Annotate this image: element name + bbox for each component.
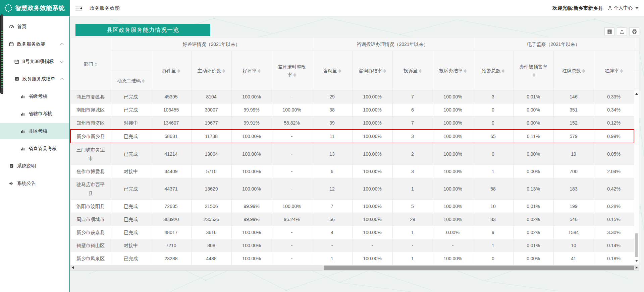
- sidebar-item-label: 省级考核: [29, 93, 47, 99]
- sidebar-item-doc8-38-indicators[interactable]: 8号文38项指标: [0, 53, 69, 70]
- sort-icon[interactable]: [258, 69, 261, 73]
- data-cell: 0.14%: [594, 239, 634, 252]
- data-cell: 579: [553, 130, 594, 143]
- data-cell: 已完成: [111, 103, 151, 117]
- data-cell: 100.00%: [272, 103, 312, 117]
- scrollbar-stripes: [1, 31, 3, 88]
- data-cell: 546: [553, 213, 594, 226]
- data-cell: 48017: [151, 226, 191, 239]
- data-cell: 3.30%: [594, 226, 634, 239]
- sort-icon[interactable]: [222, 69, 225, 73]
- sort-icon[interactable]: [383, 69, 386, 73]
- data-cell: 99.91%: [231, 117, 272, 130]
- vertical-scrollbar[interactable]: [634, 37, 639, 265]
- sidebar-item-system-notes[interactable]: 系统说明: [0, 158, 69, 174]
- bar-chart-icon: [20, 129, 25, 134]
- sidebar-item-label: 县区考核: [29, 128, 47, 134]
- data-cell: -: [272, 90, 312, 103]
- data-cell: 3: [392, 130, 433, 143]
- data-cell: 99.99%: [231, 213, 272, 226]
- sidebar-item-label: 省直管县考核: [29, 146, 57, 152]
- data-cell: 134607: [151, 117, 191, 130]
- print-icon: [632, 29, 637, 34]
- user-center-button[interactable]: 个人中心: [607, 5, 639, 11]
- sort-icon[interactable]: [95, 62, 97, 66]
- data-cell: 100.00%: [433, 200, 473, 213]
- horizontal-scrollbar-thumb[interactable]: [324, 266, 634, 270]
- scroll-down-arrow-icon[interactable]: [635, 260, 638, 262]
- sort-icon[interactable]: [620, 69, 623, 73]
- data-cell: 6: [392, 103, 433, 117]
- column-header[interactable]: 投诉办结率: [433, 51, 473, 90]
- sidebar-mini-scrollbar[interactable]: [0, 14, 3, 94]
- column-header[interactable]: 差评按时整改率: [272, 51, 312, 90]
- chart-board-icon: [14, 77, 19, 81]
- data-cell: 100.00%: [352, 165, 392, 178]
- data-cell: 100.00%: [352, 103, 392, 117]
- sidebar-item-home[interactable]: 首页: [0, 18, 69, 35]
- column-header[interactable]: 办件被预警率: [513, 51, 553, 90]
- print-button[interactable]: [629, 27, 639, 36]
- sort-icon[interactable]: [502, 69, 504, 73]
- data-cell: 45395: [151, 90, 191, 103]
- columns-settings-button[interactable]: [604, 27, 614, 36]
- table-body: 商丘市夏邑县已完成453958104100.00%-29100.00%7100.…: [70, 90, 634, 265]
- sort-icon[interactable]: [582, 69, 585, 73]
- sort-icon[interactable]: [142, 79, 145, 83]
- column-header-dept[interactable]: 部门: [70, 38, 111, 90]
- sidebar-item-province-assessment[interactable]: 省级考核: [0, 88, 69, 104]
- table-group-header-row: 部门 好差评情况（2021年以来） 咨询投诉办理情况（2021年以来） 电子监察…: [70, 38, 634, 51]
- sidebar-item-label: 省辖市考核: [29, 111, 52, 117]
- data-cell: 已完成: [111, 130, 151, 143]
- data-cell: 100.00%: [231, 90, 272, 103]
- sidebar-item-county-assessment[interactable]: 县区考核: [0, 123, 69, 139]
- column-header[interactable]: 咨询量: [312, 51, 352, 90]
- data-cell: 对接中: [111, 117, 151, 130]
- column-header[interactable]: 办件量: [151, 51, 191, 90]
- data-cell: 38: [312, 103, 352, 117]
- data-cell: 0.99%: [594, 130, 634, 143]
- data-cell: 7: [392, 117, 433, 130]
- column-header[interactable]: 好评率: [231, 51, 272, 90]
- table-row: 驻马店市西平县已完成4437113629100.00%-12100.00%110…: [70, 178, 634, 200]
- export-button[interactable]: [617, 27, 627, 36]
- data-cell: -: [272, 252, 312, 265]
- horizontal-scrollbar[interactable]: [70, 265, 639, 271]
- sort-icon[interactable]: [419, 69, 422, 73]
- data-cell: 0.15%: [594, 213, 634, 226]
- sort-icon[interactable]: [177, 69, 180, 73]
- sidebar-item-city-assessment[interactable]: 省辖市考核: [0, 105, 69, 122]
- sidebar-item-gov-service-report[interactable]: 政务服务成绩单: [0, 71, 69, 87]
- column-header-qr[interactable]: 动态二维码: [111, 71, 151, 90]
- vertical-scrollbar-thumb[interactable]: [635, 233, 638, 257]
- sort-icon[interactable]: [338, 69, 341, 73]
- sidebar-item-gov-service-efficiency[interactable]: 政务服务效能: [0, 36, 69, 52]
- table-row: 郑州市惠济区对接中1346071967799.91%58.82%39100.00…: [70, 117, 634, 130]
- scroll-up-arrow-icon[interactable]: [635, 93, 638, 95]
- data-cell: 0.13%: [513, 178, 553, 200]
- sort-icon[interactable]: [533, 73, 535, 77]
- column-header[interactable]: 主动评价数: [191, 51, 231, 90]
- sidebar-item-direct-county-assessment[interactable]: 省直管县考核: [0, 140, 69, 157]
- column-header[interactable]: 红牌率: [594, 51, 634, 90]
- column-header[interactable]: 咨询办结率: [352, 51, 392, 90]
- data-cell: 0.28%: [594, 200, 634, 213]
- menu-fold-icon[interactable]: [75, 6, 82, 11]
- data-cell: 1: [392, 252, 433, 265]
- data-cell: -: [433, 239, 473, 252]
- data-cell: 1: [473, 239, 513, 252]
- sort-icon[interactable]: [464, 69, 467, 73]
- sort-icon[interactable]: [293, 73, 296, 77]
- dept-cell: 郑州市惠济区: [70, 117, 111, 130]
- column-header[interactable]: 红牌总数: [553, 51, 594, 90]
- scroll-left-arrow-icon[interactable]: [72, 266, 74, 269]
- welcome-text: 欢迎光临:新乡市新乡县: [552, 5, 603, 11]
- scroll-right-arrow-icon[interactable]: [636, 266, 638, 269]
- chevron-down-icon[interactable]: [635, 7, 639, 9]
- breadcrumb: 政务服务效能: [90, 5, 120, 11]
- sidebar: 首页政务服务效能8号文38项指标政务服务成绩单省级考核省辖市考核县区考核省直管县…: [0, 16, 70, 292]
- data-cell: 4438: [191, 252, 231, 265]
- column-header[interactable]: 预警总数: [473, 51, 513, 90]
- column-header[interactable]: 投诉量: [392, 51, 433, 90]
- sidebar-item-system-notice[interactable]: 系统公告: [0, 175, 69, 192]
